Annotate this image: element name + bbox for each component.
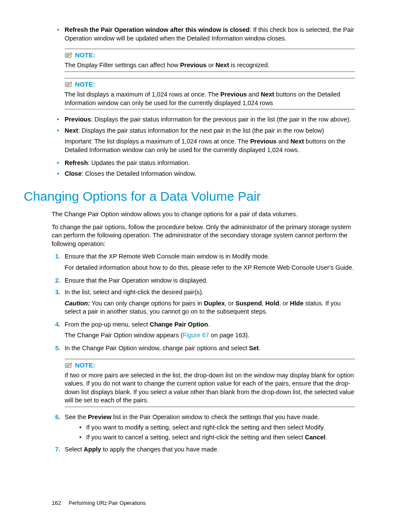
step-6: See the Preview list in the Pair Operati… (65, 413, 355, 442)
footer-section: Performing URz Pair Operations (68, 500, 146, 506)
step-1-detail: For detailed information about how to do… (65, 264, 355, 272)
note-rule (65, 78, 355, 78)
note-block-2: NOTE: The list displays a maximum of 1,0… (65, 78, 355, 109)
page-footer: 162 Performing URz Pair Operations (52, 499, 146, 507)
note-block-3: NOTE: If two or more pairs are selected … (65, 359, 355, 408)
note-icon (65, 362, 72, 368)
mid-bullet-list: Previous: Displays the pair status infor… (52, 115, 355, 178)
bullet-refresh-pair: Refresh the Pair Operation window after … (65, 26, 355, 43)
steps-list: Ensure that the XP Remote Web Console ma… (52, 252, 355, 352)
bullet-refresh: Refresh: Updates the pair status informa… (65, 159, 355, 168)
note-label: NOTE: (75, 361, 95, 370)
step-4-detail: The Change Pair Option window appears (F… (65, 331, 355, 340)
page-number: 162 (52, 500, 61, 506)
step-7: Select Apply to apply the changes that y… (65, 445, 355, 454)
note-rule (65, 407, 355, 407)
note-body: The Display Filter settings can affect h… (65, 61, 355, 70)
note-body: If two or more pairs are selected in the… (65, 371, 355, 405)
sub-cancel: If you want to cancel a setting, select … (86, 433, 355, 442)
note-rule (65, 109, 355, 109)
top-bullet-list: Refresh the Pair Operation window after … (52, 26, 355, 43)
intro-para-1: The Change Pair Option window allows you… (52, 210, 355, 219)
step-1: Ensure that the XP Remote Web Console ma… (65, 252, 355, 272)
step-3: In the list, select and right-click the … (65, 288, 355, 316)
step-2: Ensure that the Pair Operation window is… (65, 277, 355, 285)
note-icon (65, 81, 72, 87)
step-5: In the Change Pair Option window, change… (65, 344, 355, 353)
steps-list-2: See the Preview list in the Pair Operati… (52, 413, 355, 454)
note-block-1: NOTE: The Display Filter settings can af… (65, 49, 355, 72)
intro-para-2: To change the pair options, follow the p… (52, 223, 355, 249)
figure-link[interactable]: Figure 67 (183, 332, 209, 339)
sub-modify: If you want to modify a setting, select … (86, 423, 355, 432)
section-heading: Changing Options for a Data Volume Pair (24, 188, 355, 205)
bullet-close: Close: Closes the Detailed Information w… (65, 170, 355, 178)
bullet-next: Next: Displays the pair status informati… (65, 127, 355, 155)
note-body: The list displays a maximum of 1,024 row… (65, 90, 355, 107)
bullet-title: Refresh the Pair Operation window after … (65, 26, 249, 33)
note-rule (65, 72, 355, 72)
page-content: Refresh the Pair Operation window after … (52, 26, 355, 454)
important-text: Important: The list displays a maximum o… (65, 137, 355, 154)
step-4: From the pop-up menu, select Change Pair… (65, 320, 355, 340)
bullet-previous: Previous: Displays the pair status infor… (65, 115, 355, 124)
note-icon (65, 52, 72, 58)
note-label: NOTE: (75, 51, 95, 59)
note-label: NOTE: (75, 80, 95, 89)
note-rule (65, 359, 355, 359)
note-rule (65, 49, 355, 49)
note-head: NOTE: (65, 361, 355, 370)
note-head: NOTE: (65, 51, 355, 59)
step-6-sublist: If you want to modify a setting, select … (65, 423, 355, 442)
step-3-caution: Caution: You can only change options for… (65, 299, 355, 316)
note-head: NOTE: (65, 80, 355, 89)
